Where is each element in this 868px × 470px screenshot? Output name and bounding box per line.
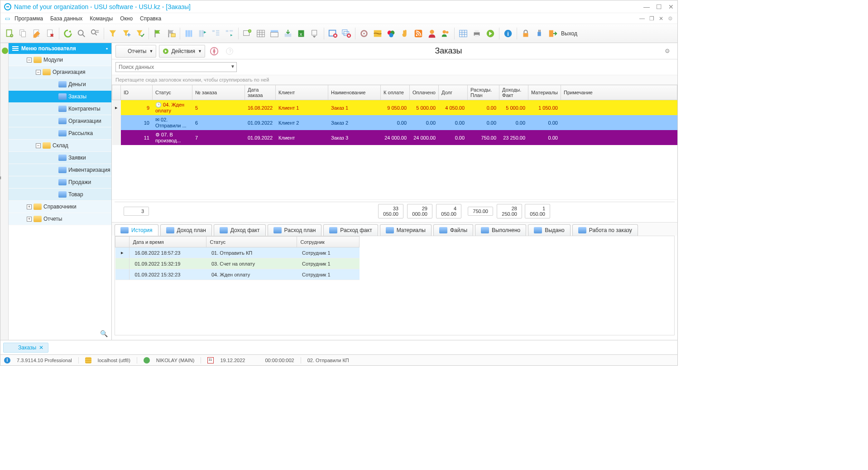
col-date[interactable]: Дата заказа — [245, 85, 276, 100]
tab-work[interactable]: Работа по заказу — [572, 224, 638, 236]
tree-inventory[interactable]: Инвентаризация — [9, 164, 111, 176]
col-note[interactable]: Примечание — [561, 85, 677, 100]
tool-delete-icon[interactable] — [44, 27, 57, 40]
tree-reports[interactable]: +Отчеты — [9, 213, 111, 225]
tab-history[interactable]: История — [115, 224, 158, 236]
tool-tree-expand-icon[interactable]: ▸ — [223, 27, 236, 40]
pin-icon[interactable]: ▪ — [106, 45, 108, 52]
tool-next-icon[interactable] — [484, 27, 497, 40]
tool-print-icon[interactable] — [470, 27, 483, 40]
expand-icon[interactable]: + — [27, 217, 32, 222]
col-num[interactable]: № заказа — [192, 85, 245, 100]
tool-flag-icon[interactable] — [151, 27, 164, 40]
tool-filter-add-icon[interactable] — [120, 27, 133, 40]
col-mat[interactable]: Материалы — [528, 85, 561, 100]
tool-hand-icon[interactable] — [398, 27, 411, 40]
orders-table[interactable]: ID Статус № заказа Дата заказа Клиент На… — [112, 85, 677, 145]
tree-warehouse[interactable]: –Склад — [9, 140, 111, 152]
tool-edit-icon[interactable] — [30, 27, 43, 40]
tool-map-icon[interactable] — [371, 27, 384, 40]
table-row[interactable]: 11 ⚙ 07. В производ... 7 01.09.2022 Клие… — [112, 130, 677, 145]
collapse-icon[interactable]: – — [27, 58, 32, 63]
tree-organization[interactable]: –Организация — [9, 66, 111, 78]
history-row[interactable]: ▸16.08.2022 18:57:2301. Отправить КПСотр… — [115, 247, 360, 258]
child-close-button[interactable]: ✕ — [659, 15, 663, 22]
tool-import-icon[interactable] — [282, 27, 294, 40]
history-row[interactable]: 01.09.2022 15:32:2304. Жден оплатуСотруд… — [115, 269, 360, 280]
tool-columns-icon[interactable] — [182, 27, 195, 40]
menu-program[interactable]: Программа — [12, 15, 46, 23]
tree-counterparties[interactable]: Контрагенты — [9, 103, 111, 115]
tree-modules[interactable]: –Модули — [9, 54, 111, 66]
tool-flag-note-icon[interactable] — [165, 27, 177, 40]
tool-color-icon[interactable] — [385, 27, 398, 40]
support-side-tab[interactable]: Техподдержка — [0, 43, 9, 340]
col-status[interactable]: Статус — [153, 85, 192, 100]
tool-export-drop-icon[interactable] — [309, 27, 321, 40]
panel-settings-icon[interactable]: ⚙ — [661, 45, 674, 58]
tool-refresh-icon[interactable] — [62, 27, 74, 40]
tree-mailing[interactable]: Рассылка — [9, 127, 111, 140]
task-orders[interactable]: Заказы ✕ — [3, 343, 48, 353]
history-table[interactable]: Дата и время Статус Сотрудник ▸16.08.202… — [115, 236, 675, 335]
tree-money[interactable]: Деньги — [9, 78, 111, 91]
menu-help[interactable]: Справка — [137, 15, 164, 23]
tree-sales[interactable]: Продажи — [9, 176, 111, 189]
menu-edit-icon[interactable]: ▭ — [5, 15, 10, 22]
tool-rss-icon[interactable] — [412, 27, 425, 40]
tree-goods[interactable]: Товар — [9, 189, 111, 201]
col-name[interactable]: Наименование — [328, 85, 381, 100]
table-row[interactable]: 10 ✉ 02. Отправили ... 6 01.09.2022 Клие… — [112, 115, 677, 130]
reports-button[interactable]: Отчеты▼ — [115, 45, 156, 58]
col-inc[interactable]: Доходы. Факт — [499, 85, 528, 100]
tree-requests[interactable]: Заявки — [9, 152, 111, 164]
help-small-icon[interactable]: ? — [223, 45, 236, 58]
tab-materials[interactable]: Материалы — [380, 224, 432, 236]
tab-expense-plan[interactable]: Расход план — [268, 224, 322, 236]
minimize-button[interactable]: — — [643, 3, 650, 10]
tree-organizations[interactable]: Организации — [9, 115, 111, 127]
tool-filter-ok-icon[interactable] — [134, 27, 146, 40]
tool-user-icon[interactable] — [426, 27, 438, 40]
tool-table-icon[interactable] — [254, 27, 267, 40]
tab-done[interactable]: Выполнено — [475, 224, 526, 236]
tool-windows-del-icon[interactable] — [340, 27, 353, 40]
tool-gear-icon[interactable] — [358, 27, 370, 40]
col-paid[interactable]: Оплачено — [410, 85, 439, 100]
table-row[interactable]: ▸ 9 🕒 04. Жден оплату 5 16.08.2022 Клиен… — [112, 100, 677, 116]
tab-expense-fact[interactable]: Расход факт — [323, 224, 378, 236]
tool-info-icon[interactable]: i — [502, 27, 514, 40]
col-pay[interactable]: К оплате — [381, 85, 410, 100]
close-button[interactable]: ✕ — [668, 3, 674, 10]
actions-button[interactable]: Действия▼ — [159, 45, 205, 58]
tool-exit-icon[interactable] — [547, 27, 559, 40]
col-id[interactable]: ID — [121, 85, 153, 100]
child-restore-button[interactable]: ❐ — [649, 15, 654, 22]
menu-commands[interactable]: Команды — [87, 15, 115, 23]
tab-issued[interactable]: Выдано — [528, 224, 571, 236]
tree-orders[interactable]: Заказы — [9, 91, 111, 103]
tool-new-icon[interactable]: + — [3, 27, 16, 40]
tool-tree-icon[interactable] — [210, 27, 222, 40]
tree-directories[interactable]: +Справочники — [9, 201, 111, 213]
tool-filter-icon[interactable] — [106, 27, 119, 40]
tab-income-plan[interactable]: Доход план — [160, 224, 212, 236]
tool-grid-icon[interactable] — [457, 27, 470, 40]
tool-table-header-icon[interactable] — [268, 27, 281, 40]
tool-copy-icon[interactable] — [17, 27, 29, 40]
col-client[interactable]: Клиент — [276, 85, 328, 100]
task-close-icon[interactable]: ✕ — [39, 344, 43, 351]
compass-icon[interactable] — [208, 45, 221, 58]
child-minimize-button[interactable]: — — [639, 15, 645, 22]
history-row[interactable]: 01.09.2022 15:32:1903. Счет на оплатуСот… — [115, 258, 360, 269]
menu-window[interactable]: Окно — [117, 15, 135, 23]
tool-lock-icon[interactable] — [519, 27, 532, 40]
tool-window-del-icon[interactable] — [326, 27, 339, 40]
expand-icon[interactable]: + — [27, 204, 32, 209]
col-exp[interactable]: Расходы. План — [468, 85, 499, 100]
collapse-icon[interactable]: – — [36, 143, 41, 148]
menu-database[interactable]: База данных — [48, 15, 85, 23]
child-settings-icon[interactable]: ⚙ — [668, 15, 673, 22]
tool-column-add-icon[interactable]: ▸ — [196, 27, 209, 40]
tool-export-excel-icon[interactable]: X — [295, 27, 308, 40]
